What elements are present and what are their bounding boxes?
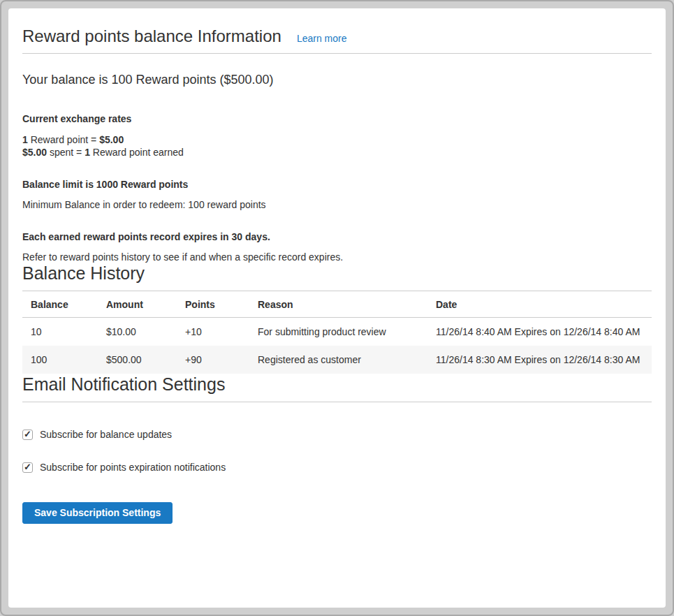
page-title: Reward points balance Information <box>22 27 281 46</box>
cell-reason: Registered as customer <box>249 346 427 374</box>
cell-points: +90 <box>177 346 249 374</box>
balance-limit-text: Balance limit is 1000 Reward points <box>22 179 652 190</box>
column-header-date: Date <box>427 291 652 318</box>
column-header-reason: Reason <box>249 291 427 318</box>
page-background: Reward points balance Information Learn … <box>0 0 674 616</box>
rate-line-1: 1 Reward point = $5.00 <box>22 134 124 145</box>
points-expiration-checkbox[interactable] <box>22 462 33 473</box>
column-header-amount: Amount <box>98 291 177 318</box>
cell-balance: 100 <box>22 346 98 374</box>
balance-updates-checkbox[interactable] <box>22 430 33 440</box>
cell-amount: $500.00 <box>98 346 177 374</box>
balance-history-table: Balance Amount Points Reason Date 10 $10… <box>22 291 652 374</box>
rate1-points: 1 <box>22 134 28 145</box>
rate2-text: spent = <box>47 147 85 158</box>
balance-summary: Your balance is 100 Reward points ($500.… <box>22 73 652 87</box>
rate1-amount: $5.00 <box>99 134 124 145</box>
table-header-row: Balance Amount Points Reason Date <box>22 291 652 318</box>
column-header-balance: Balance <box>22 291 98 318</box>
table-row: 10 $10.00 +10 For submitting product rev… <box>22 318 652 346</box>
email-settings-divider <box>22 402 652 402</box>
page-header: Reward points balance Information Learn … <box>22 27 652 46</box>
cell-date: 11/26/14 8:40 AM Expires on 12/26/14 8:4… <box>427 318 652 346</box>
balance-history-title: Balance History <box>22 263 652 284</box>
balance-updates-label[interactable]: Subscribe for balance updates <box>40 429 172 440</box>
rate2-points: 1 <box>85 147 90 158</box>
rate1-text: Reward point = <box>28 134 99 145</box>
rate2-amount: $5.00 <box>22 147 47 158</box>
expiration-note-text: Refer to reward points history to see if… <box>22 251 652 263</box>
learn-more-link[interactable]: Learn more <box>297 33 347 44</box>
cell-reason: For submitting product review <box>249 318 427 346</box>
exchange-rate-lines: 1 Reward point = $5.00 $5.00 spent = 1 R… <box>22 133 652 159</box>
balance-updates-option: Subscribe for balance updates <box>22 429 652 440</box>
rate2-tail: Reward point earned <box>90 147 184 158</box>
rate-line-2: $5.00 spent = 1 Reward point earned <box>22 147 184 158</box>
email-settings-title: Email Notification Settings <box>22 374 652 395</box>
table-row: 100 $500.00 +90 Registered as customer 1… <box>22 346 652 374</box>
cell-date: 11/26/14 8:30 AM Expires on 12/26/14 8:3… <box>427 346 652 374</box>
points-expiration-label[interactable]: Subscribe for points expiration notifica… <box>40 462 226 473</box>
save-subscription-settings-button[interactable]: Save Subscription Settings <box>22 502 173 524</box>
cell-amount: $10.00 <box>98 318 177 346</box>
expiration-text: Each earned reward points record expires… <box>22 231 652 242</box>
points-expiration-option: Subscribe for points expiration notifica… <box>22 462 652 473</box>
column-header-points: Points <box>177 291 249 318</box>
header-divider <box>22 53 652 54</box>
cell-points: +10 <box>177 318 249 346</box>
reward-info-card: Reward points balance Information Learn … <box>8 8 666 608</box>
exchange-rates-heading: Current exchange rates <box>22 113 652 124</box>
minimum-balance-text: Minimum Balance in order to redeem: 100 … <box>22 199 652 210</box>
cell-balance: 10 <box>22 318 98 346</box>
